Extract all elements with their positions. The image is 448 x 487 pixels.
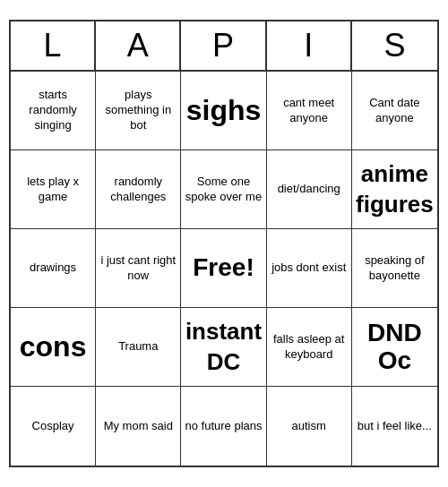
bingo-cell-11: i just cant right now — [96, 229, 181, 308]
bingo-cell-24: but i feel like... — [352, 387, 437, 466]
bingo-card: LAPIS starts randomly singingplays somet… — [9, 20, 439, 467]
bingo-cell-6: randomly challenges — [96, 150, 181, 229]
bingo-grid: starts randomly singingplays something i… — [11, 72, 437, 466]
bingo-cell-2: sighs — [181, 72, 266, 150]
bingo-cell-22: no future plans — [181, 387, 266, 466]
bingo-cell-7: Some one spoke over me — [181, 150, 266, 229]
bingo-cell-9: anime figures — [352, 150, 437, 229]
bingo-cell-20: Cosplay — [11, 387, 96, 466]
header-letter-p: P — [181, 21, 266, 70]
bingo-cell-21: My mom said — [96, 387, 181, 466]
bingo-cell-23: autism — [267, 387, 352, 466]
bingo-cell-10: drawings — [11, 229, 96, 308]
header-letter-i: I — [267, 21, 352, 70]
bingo-cell-3: cant meet anyone — [267, 72, 352, 150]
bingo-cell-0: starts randomly singing — [11, 72, 96, 150]
bingo-cell-18: falls asleep at keyboard — [267, 308, 352, 387]
header-letter-l: L — [11, 21, 96, 70]
bingo-cell-4: Cant date anyone — [352, 72, 437, 150]
bingo-cell-17: instant DC — [181, 308, 266, 387]
header-row: LAPIS — [11, 21, 437, 72]
header-letter-s: S — [352, 21, 437, 70]
bingo-cell-8: diet/dancing — [267, 150, 352, 229]
bingo-cell-15: cons — [11, 308, 96, 387]
bingo-cell-12: Free! — [181, 229, 266, 308]
header-letter-a: A — [96, 21, 181, 70]
bingo-cell-14: speaking of bayonette — [352, 229, 437, 308]
bingo-cell-13: jobs dont exist — [267, 229, 352, 308]
bingo-cell-1: plays something in bot — [96, 72, 181, 150]
bingo-cell-19: DND Oc — [352, 308, 437, 387]
bingo-cell-16: Trauma — [96, 308, 181, 387]
bingo-cell-5: lets play x game — [11, 150, 96, 229]
